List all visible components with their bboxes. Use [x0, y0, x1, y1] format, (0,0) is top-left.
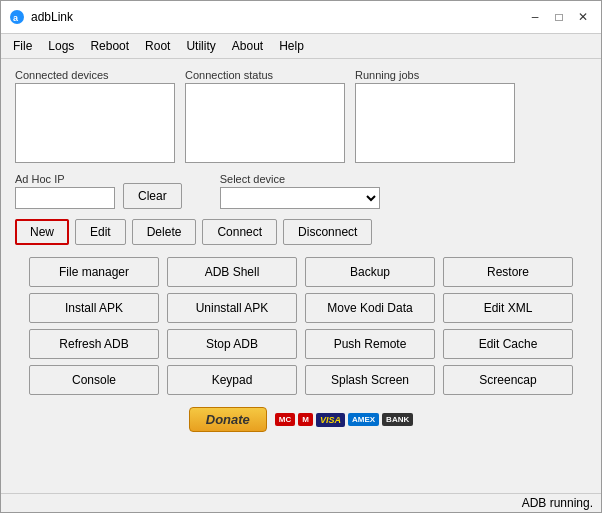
new-button[interactable]: New [15, 219, 69, 245]
device-select[interactable] [220, 187, 380, 209]
menu-logs[interactable]: Logs [40, 36, 82, 56]
stop-adb-button[interactable]: Stop ADB [167, 329, 297, 359]
connected-devices-label: Connected devices [15, 69, 175, 81]
clear-button[interactable]: Clear [123, 183, 182, 209]
backup-button[interactable]: Backup [305, 257, 435, 287]
select-device-group: Select device [220, 173, 380, 209]
menu-help[interactable]: Help [271, 36, 312, 56]
delete-button[interactable]: Delete [132, 219, 197, 245]
window-title: adbLink [31, 10, 73, 24]
menu-file[interactable]: File [5, 36, 40, 56]
amex-icon: AMEX [348, 413, 379, 426]
running-jobs-label: Running jobs [355, 69, 515, 81]
app-icon: a [9, 9, 25, 25]
splash-screen-button[interactable]: Splash Screen [305, 365, 435, 395]
edit-xml-button[interactable]: Edit XML [443, 293, 573, 323]
uninstall-apk-button[interactable]: Uninstall APK [167, 293, 297, 323]
connected-devices-box [15, 83, 175, 163]
menu-root[interactable]: Root [137, 36, 178, 56]
menu-bar: File Logs Reboot Root Utility About Help [1, 34, 601, 59]
restore-button[interactable]: Restore [443, 257, 573, 287]
connection-status-group: Connection status [185, 69, 345, 163]
adhoc-group: Ad Hoc IP [15, 173, 115, 209]
donate-row: Donate MC M VISA AMEX BANK [15, 407, 587, 432]
adhoc-input[interactable] [15, 187, 115, 209]
select-device-label: Select device [220, 173, 380, 185]
payment-icons: MC M VISA AMEX BANK [275, 407, 413, 432]
running-jobs-group: Running jobs [355, 69, 515, 163]
title-bar: a adbLink – □ ✕ [1, 1, 601, 34]
running-jobs-box [355, 83, 515, 163]
menu-about[interactable]: About [224, 36, 271, 56]
status-text: ADB running. [522, 496, 593, 510]
connection-status-label: Connection status [185, 69, 345, 81]
adb-shell-button[interactable]: ADB Shell [167, 257, 297, 287]
mastercard-icon: MC [275, 413, 295, 426]
title-bar-left: a adbLink [9, 9, 73, 25]
panels-row: Connected devices Connection status Runn… [15, 69, 587, 163]
minimize-button[interactable]: – [525, 7, 545, 27]
maestro-icon: M [298, 413, 313, 426]
grid-section: File manager ADB Shell Backup Restore In… [15, 257, 587, 395]
maximize-button[interactable]: □ [549, 7, 569, 27]
donate-button[interactable]: Donate [189, 407, 267, 432]
main-window: a adbLink – □ ✕ File Logs Reboot Root Ut… [0, 0, 602, 513]
connection-status-box [185, 83, 345, 163]
actions-row: New Edit Delete Connect Disconnect [15, 219, 587, 245]
file-manager-button[interactable]: File manager [29, 257, 159, 287]
grid-row-3: Refresh ADB Stop ADB Push Remote Edit Ca… [15, 329, 587, 359]
title-controls: – □ ✕ [525, 7, 593, 27]
bank-icon: BANK [382, 413, 413, 426]
screencap-button[interactable]: Screencap [443, 365, 573, 395]
menu-reboot[interactable]: Reboot [82, 36, 137, 56]
grid-row-1: File manager ADB Shell Backup Restore [15, 257, 587, 287]
disconnect-button[interactable]: Disconnect [283, 219, 372, 245]
keypad-button[interactable]: Keypad [167, 365, 297, 395]
console-button[interactable]: Console [29, 365, 159, 395]
install-apk-button[interactable]: Install APK [29, 293, 159, 323]
refresh-adb-button[interactable]: Refresh ADB [29, 329, 159, 359]
adhoc-select-row: Ad Hoc IP Clear Select device [15, 173, 587, 209]
grid-row-4: Console Keypad Splash Screen Screencap [15, 365, 587, 395]
push-remote-button[interactable]: Push Remote [305, 329, 435, 359]
status-bar: ADB running. [1, 493, 601, 512]
menu-utility[interactable]: Utility [178, 36, 223, 56]
connect-button[interactable]: Connect [202, 219, 277, 245]
edit-cache-button[interactable]: Edit Cache [443, 329, 573, 359]
grid-row-2: Install APK Uninstall APK Move Kodi Data… [15, 293, 587, 323]
edit-button[interactable]: Edit [75, 219, 126, 245]
adhoc-label: Ad Hoc IP [15, 173, 115, 185]
content-area: Connected devices Connection status Runn… [1, 59, 601, 493]
close-button[interactable]: ✕ [573, 7, 593, 27]
visa-icon: VISA [316, 413, 345, 427]
connected-devices-group: Connected devices [15, 69, 175, 163]
move-kodi-data-button[interactable]: Move Kodi Data [305, 293, 435, 323]
